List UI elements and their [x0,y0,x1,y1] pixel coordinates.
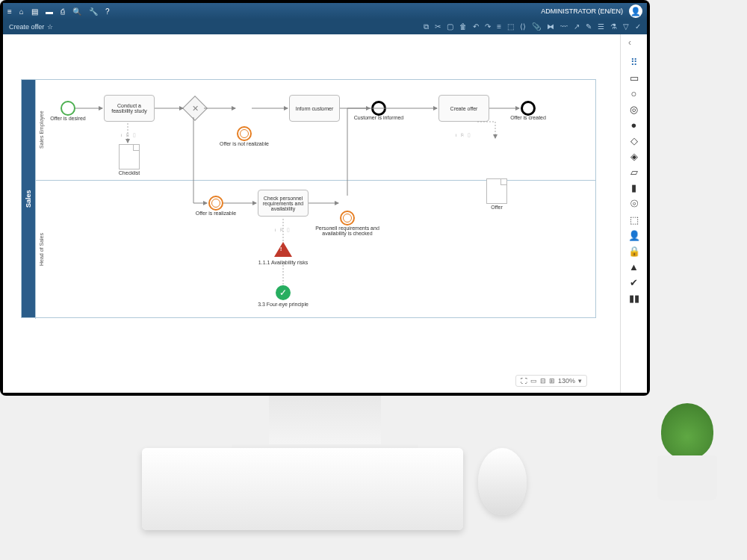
task-feasibility[interactable]: Conduct a feasibility study i ⎘ ⌷ [104,95,155,122]
start-event[interactable]: Offer is desired [61,101,75,116]
document-checklist[interactable]: Checklist [119,144,140,169]
clipboard-icon[interactable]: ▤ [31,7,38,16]
pool-label: Sales [22,80,35,317]
palette-start-event-icon[interactable]: ○ [621,88,647,99]
user-avatar-icon[interactable]: 👤 [629,4,642,18]
plant-decor [650,403,725,500]
palette-risk-icon[interactable]: ▲ [621,261,647,273]
app-screen: ≡ ⌂ ▤ ▬ ⎙ 🔍 🔧 ? ADMINISTRATOR (EN/EN) 👤 … [3,3,647,393]
delete-icon[interactable]: 🗑 [459,22,467,31]
attach-icon[interactable]: 📎 [532,22,541,31]
palette-check-icon[interactable]: ✔ [621,277,647,288]
task-inform-customer[interactable]: Inform customer [289,95,340,122]
end-event-created[interactable]: Offer is created [521,101,536,116]
zoom-in-icon[interactable]: ⊞ [549,377,555,385]
top-toolbar: ≡ ⌂ ▤ ▬ ⎙ 🔍 🔧 ? ADMINISTRATOR (EN/EN) 👤 [3,3,647,19]
fit-icon[interactable]: ⬚ [507,22,514,31]
lane-head-of-sales[interactable]: Head of Sales Offer is realizable Check … [35,181,595,319]
paste-icon[interactable]: ▢ [447,22,453,31]
end-event-informed[interactable]: Customer is informed [371,101,386,116]
palette-intermediate-event-icon[interactable]: ◎ [621,104,647,115]
palette-user-icon[interactable]: 👤 [621,230,647,241]
diagram-canvas[interactable]: Sales Sales Employee Offer is desired Co… [3,34,620,393]
palette-data-icon[interactable]: ▮ [621,182,647,193]
monitor-frame: ≡ ⌂ ▤ ▬ ⎙ 🔍 🔧 ? ADMINISTRATOR (EN/EN) 👤 … [0,0,650,396]
zoom-controls: ⛶ ▭ ⊟ ⊞ 130% ▾ [515,375,587,387]
risk-node[interactable]: ! 1.1.1 Availability risks [274,242,292,257]
menu-icon[interactable]: ≡ [7,7,12,16]
edit-icon[interactable]: ✎ [586,22,592,31]
check-icon[interactable]: ✓ [635,22,641,31]
filter-icon[interactable]: ⚗ [610,22,617,31]
undo-icon[interactable]: ↶ [473,22,479,31]
palette-group-icon[interactable]: ⬚ [621,214,647,225]
shape-palette: ‹ ⠿ ▭ ○ ◎ ● ◇ ◈ ▱ ▮ ⦾ ⬚ 👤 🔒 ▲ ✔ ▮▮ [620,34,647,393]
sub-toolbar: Create offer ☆ ⧉ ✂ ▢ 🗑 ↶ ↷ ≡ ⬚ ⟨⟩ 📎 ⧓ 〰 … [3,19,647,34]
home-icon[interactable]: ⌂ [19,7,24,16]
palette-gateway2-icon[interactable]: ◈ [621,151,647,162]
redo-icon[interactable]: ↷ [485,22,491,31]
wave-icon[interactable]: 〰 [560,22,568,31]
task-create-offer[interactable]: Create offer i ⎘ ⌷ [438,95,489,122]
rise-icon[interactable]: ↗ [574,22,580,31]
palette-collapse-icon[interactable]: ‹ [628,37,631,48]
event-realizable[interactable]: Offer is realizable [208,196,223,211]
user-label: ADMINISTRATOR (EN/EN) [541,7,623,15]
search-icon[interactable]: 🔍 [72,7,81,16]
chain-icon[interactable]: ⧓ [547,22,554,31]
help-icon[interactable]: ? [105,7,110,16]
code-icon[interactable]: ⟨⟩ [520,22,526,31]
palette-pool-icon[interactable]: ▱ [621,167,647,178]
cut-icon[interactable]: ✂ [435,22,441,31]
zoom-dropdown-icon[interactable]: ▾ [578,377,582,385]
wrench-icon[interactable]: 🔧 [89,7,98,16]
print-icon[interactable]: ⎙ [61,7,65,16]
breadcrumb-title: Create offer [9,23,44,31]
lane-sales-employee[interactable]: Sales Employee Offer is desired Conduct … [35,80,595,181]
control-node[interactable]: ✓ 3.3 Four-eye principle [276,285,291,300]
palette-chart-icon[interactable]: ▮▮ [621,293,647,304]
palette-gateway-icon[interactable]: ◇ [621,135,647,146]
bpmn-pool[interactable]: Sales Sales Employee Offer is desired Co… [21,79,596,318]
list-icon[interactable]: ☰ [598,22,604,31]
fit-width-icon[interactable]: ▭ [530,377,537,385]
lane2-label: Head of Sales [35,181,47,319]
task-indicators-icon: i ⎘ ⌷ [121,133,138,137]
keyboard-decor [142,448,463,530]
zoom-out-icon[interactable]: ⊟ [540,377,546,385]
task-indicators-icon: i ⎘ ⌷ [275,228,292,232]
palette-task-icon[interactable]: ▭ [621,72,647,84]
mouse-decor [478,448,527,515]
favorite-star-icon[interactable]: ☆ [47,23,53,31]
funnel-icon[interactable]: ▽ [623,22,629,31]
align-icon[interactable]: ≡ [497,22,501,31]
event-not-realizable[interactable]: Offer is not realizable [237,126,252,141]
monitor-stand [269,396,381,448]
palette-grid-icon[interactable]: ⠿ [621,57,647,68]
zoom-level: 130% [558,377,575,385]
task-check-personnel[interactable]: Check personnel requirements and availab… [258,190,309,217]
copy-icon[interactable]: ⧉ [424,22,429,31]
gateway-decision[interactable]: ✕ [182,96,208,121]
event-checked[interactable]: Personell requirements and availability … [340,211,355,225]
task-indicators-icon: i ⎘ ⌷ [456,133,473,137]
palette-db-icon[interactable]: ⦾ [621,198,647,210]
palette-lock-icon[interactable]: 🔒 [621,246,647,257]
palette-end-event-icon[interactable]: ● [621,119,647,131]
save-icon[interactable]: ▬ [46,7,53,16]
fit-screen-icon[interactable]: ⛶ [521,377,527,385]
lane1-label: Sales Employee [35,80,47,180]
